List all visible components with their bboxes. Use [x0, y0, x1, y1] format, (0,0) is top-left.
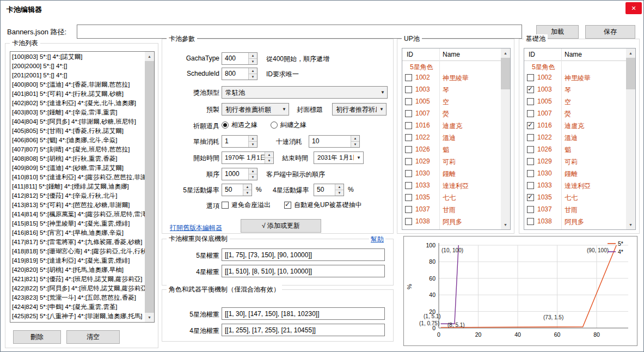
help-link[interactable]: 幫助 [369, 235, 385, 244]
spin-up-icon[interactable]: ▲ [351, 136, 359, 142]
pool-row[interactable]: 1002神里綾華 [402, 72, 501, 84]
row-checkbox[interactable] [527, 110, 534, 117]
pool-row[interactable]: 1030鍾離 [524, 168, 626, 180]
column-header-id[interactable]: ID [407, 51, 413, 58]
pool-row[interactable]: 1029可莉 [524, 156, 626, 168]
row-checkbox[interactable] [405, 170, 412, 177]
list-item[interactable]: [418|818] 5*:[珊瑚宮心海] 4*:[蘿莎莉亞,北斗,行秋] [10, 247, 145, 256]
scroll-thumb[interactable] [501, 58, 510, 89]
pool-row[interactable]: 1038阿貝多 [402, 216, 501, 228]
pool-row[interactable]: 1016迪盧克 [524, 120, 626, 132]
spin-down-icon[interactable]: ▼ [243, 190, 252, 196]
pool-row[interactable]: 1003琴 [402, 84, 501, 96]
row-checkbox[interactable] [405, 134, 412, 141]
sort-order-input[interactable]: 1000 ▲▼ [222, 168, 257, 180]
row-checkbox[interactable] [527, 194, 534, 201]
scroll-track[interactable] [626, 58, 635, 220]
list-item[interactable]: [402|802] 5*:[達達利亞] 4*:[凝光,北斗,迪奧娜] [10, 99, 145, 108]
row-checkbox[interactable] [527, 98, 534, 105]
list-item[interactable]: [404|804] 5*:[阿貝多] 4*:[菲謝爾,砂糖,班尼特] [10, 117, 145, 126]
row-checkbox[interactable] [527, 182, 534, 189]
list-item[interactable]: [100|803] 5*:[] 4*:[諾艾爾] [10, 52, 145, 62]
list-item[interactable]: [419|819] 5*:[達達利亞] 4*:[凝光,重雲,煙緋] [10, 256, 145, 265]
list-item[interactable]: [406|806] 5*:[魈] 4*:[迪奧娜,北斗,辛焱] [10, 136, 145, 145]
column-header-name[interactable]: Name [565, 51, 582, 58]
clear-button[interactable]: 清空 [66, 330, 120, 344]
spin-up-icon[interactable]: ▲ [243, 184, 252, 190]
list-item[interactable]: [200|2000] 5*:[] 4*:[] [10, 62, 145, 71]
listbox-scrollbar[interactable]: ▲ ▼ [145, 52, 154, 322]
row-checkbox[interactable] [405, 122, 412, 129]
pool-row[interactable]: 1037甘雨 [524, 204, 626, 216]
five-star-rate-input[interactable]: 50 ▲▼ [222, 184, 252, 196]
row-checkbox[interactable] [527, 158, 534, 165]
end-date-picker[interactable]: 2031年 1月1日 ▼ [314, 151, 364, 164]
preset-select[interactable]: 初行者推薦祈願 ▼ [222, 103, 289, 116]
column-header-id[interactable]: ID [529, 51, 535, 58]
pool-row[interactable]: 1026魈 [402, 144, 501, 156]
scheduleid-input[interactable]: 800 ▲▼ [222, 68, 257, 80]
list-item[interactable]: [422|822] 5*:[阿貝多] 4*:[班尼特,諾艾爾,蘿莎莉亞] [10, 284, 145, 293]
list-item[interactable]: [412|812] 5*:[優菈] 4*:[辛焱,行秋,北斗] [10, 191, 145, 201]
pool-row[interactable]: 1007熒 [524, 108, 626, 120]
row-checkbox[interactable] [527, 74, 534, 81]
start-date-spinner[interactable]: ▲▼ [265, 152, 273, 163]
list-item[interactable]: [405|805] 5*:[甘雨] 4*:[香菱,行秋,諾艾爾] [10, 126, 145, 136]
pool-type-select[interactable]: 常駐池 ▼ [222, 86, 388, 99]
four-star-rate-spinner[interactable]: ▲▼ [335, 184, 344, 196]
pool-row[interactable]: 1005空 [524, 96, 626, 108]
up-pool-scrollbar[interactable]: ▲ ▼ [501, 48, 510, 229]
row-checkbox[interactable] [527, 146, 534, 153]
four-star-rate-input[interactable]: 50 ▲▼ [314, 184, 344, 196]
row-checkbox[interactable] [527, 206, 534, 213]
row-checkbox[interactable] [405, 86, 412, 93]
delete-button[interactable]: 刪除 [13, 330, 61, 344]
cover-title-select[interactable]: 初行者推荐祈愿 ▼ [332, 103, 387, 116]
list-item[interactable]: [409|809] 5*:[溫迪] 4*:[砂糖,雷澤,諾艾爾] [10, 163, 145, 173]
start-date-picker[interactable]: 1970年 1月1日 ▲▼ [222, 151, 274, 164]
list-item[interactable]: [417|817] 5*:[雷電將軍] 4*:[九條裟羅,香菱,砂糖] [10, 238, 145, 247]
scroll-up-icon[interactable]: ▲ [626, 48, 635, 58]
row-checkbox[interactable] [405, 194, 412, 201]
scroll-up-icon[interactable]: ▲ [145, 52, 154, 61]
spin-down-icon[interactable]: ▼ [265, 158, 273, 163]
scroll-down-icon[interactable]: ▼ [145, 313, 154, 322]
row-checkbox[interactable] [527, 170, 534, 177]
pool-row[interactable]: 1022溫迪 [402, 132, 501, 144]
scroll-track[interactable] [145, 61, 154, 313]
list-item[interactable]: [413|813] 5*:[可莉] 4*:[芭芭拉,砂糖,菲謝爾] [10, 201, 145, 210]
list-item[interactable]: [403|803] 5*:[鍾離] 4*:[辛焱,雷澤,重雲] [10, 108, 145, 117]
list-item[interactable]: [420|820] 5*:[胡桃] 4*:[托馬,迪奧娜,早柚] [10, 265, 145, 275]
spin-up-icon[interactable]: ▲ [249, 68, 257, 74]
list-item[interactable]: [400|800] 5*:[溫迪] 4*:[香菱,菲謝爾,芭芭拉] [10, 80, 145, 89]
single-cost-spinner[interactable]: ▲▼ [248, 136, 257, 147]
list-item[interactable]: [425|825] 5*:[八重神子] 4*:[菲謝爾,迪奧娜,托馬] [10, 312, 145, 321]
gachatype-input[interactable]: 400 ▲▼ [222, 52, 257, 65]
list-item[interactable]: [411|811] 5*:[鍾離] 4*:[煙緋,諾艾爾,迪奧娜] [10, 182, 145, 191]
five-star-pool-weight-input[interactable] [222, 307, 385, 320]
scroll-up-icon[interactable]: ▲ [501, 48, 510, 58]
row-checkbox[interactable] [405, 206, 412, 213]
row-checkbox[interactable] [405, 98, 412, 105]
scheduleid-spinner[interactable]: ▲▼ [248, 68, 257, 80]
add-or-update-button[interactable]: √ 添加或更新 [241, 219, 321, 233]
radio-acquaint-fate[interactable]: 相遇之緣 [222, 120, 257, 130]
list-item[interactable]: [408|808] 5*:[胡桃] 4*:[行秋,重雲,香菱] [10, 154, 145, 163]
spin-up-icon[interactable]: ▲ [249, 136, 257, 142]
single-cost-input[interactable]: 1 ▲▼ [222, 135, 257, 148]
open-old-editor-link[interactable]: 打開舊版本編輯器 [170, 223, 222, 233]
spin-down-icon[interactable]: ▼ [249, 59, 257, 64]
spin-down-icon[interactable]: ▼ [249, 142, 257, 147]
spin-down-icon[interactable]: ▼ [249, 174, 257, 180]
pool-row[interactable]: 1035七七 [402, 192, 501, 204]
five-star-weight-input[interactable] [222, 248, 385, 261]
spin-up-icon[interactable]: ▲ [249, 168, 257, 174]
pool-row[interactable]: 1026魈 [524, 144, 626, 156]
row-checkbox[interactable] [405, 182, 412, 189]
list-item[interactable]: [416|816] 5*:[宵宮] 4*:[早柚,迪奧娜,辛焱] [10, 228, 145, 238]
column-header-name[interactable]: Name [443, 51, 460, 58]
pool-row[interactable]: 1033達達利亞 [524, 180, 626, 192]
row-checkbox[interactable] [405, 158, 412, 165]
row-checkbox[interactable] [527, 134, 534, 141]
list-item[interactable]: [407|807] 5*:[刻晴] 4*:[凝光,班尼特,芭芭拉] [10, 145, 145, 154]
